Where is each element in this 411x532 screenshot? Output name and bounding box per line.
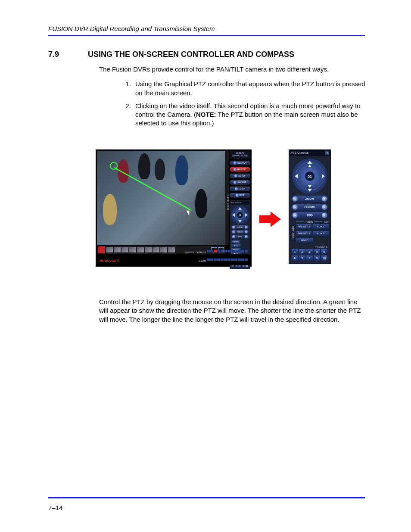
ptz-compass[interactable]: 01 (292, 159, 327, 194)
focus-row[interactable]: −FOCUS+ (231, 230, 249, 234)
iris-plus-button[interactable]: + (322, 213, 327, 218)
figure: LIVE VIEW 10:39:402004-05-25 SUN SEARCH … (96, 149, 365, 267)
focus-plus-button[interactable]: + (322, 205, 327, 210)
ptz-title: PTZ Controls (291, 151, 308, 156)
arrow-left-icon[interactable] (295, 174, 298, 178)
camera-thumb[interactable] (153, 247, 159, 252)
page-number: 7–14 (48, 504, 62, 511)
search-button[interactable]: SEARCH (230, 161, 250, 165)
preset2-button[interactable]: PRESET 2 (296, 231, 311, 236)
after-figure-paragraph: Control the PTZ by dragging the mouse on… (99, 298, 365, 324)
zoom-control: − ZOOM + (292, 196, 328, 202)
preset-button[interactable]: 1 (292, 249, 298, 255)
exit-button[interactable]: EXIT (230, 193, 250, 198)
preset-button[interactable]: 7 (299, 255, 305, 261)
aux2-button[interactable]: AUX 2 (313, 231, 328, 236)
close-icon[interactable]: ✕ (325, 151, 329, 155)
preset-button[interactable]: 9 (314, 255, 320, 261)
brand-logo: Honeywell (100, 258, 119, 263)
focus-minus-button[interactable]: − (293, 205, 298, 210)
note-bold: NOTE: (196, 111, 216, 118)
arrow-down-icon[interactable] (308, 189, 312, 192)
live-view-strip: LIVE VIEW (225, 151, 229, 245)
iris-row[interactable]: −IRIS+ (231, 235, 249, 239)
section-number: 7.9 (48, 50, 76, 59)
output-indicators: CONTROL OUTPUTS ALARM (184, 247, 248, 264)
clock: 10:39:402004-05-25 SUN (230, 151, 250, 159)
iris-control: − IRIS + (292, 212, 328, 219)
tours-label: TOURS (305, 221, 313, 223)
section-title: USING THE ON-SCREEN CONTROLLER AND COMPA… (88, 50, 294, 59)
camera-thumb[interactable] (121, 247, 128, 252)
side-panel: SEARCH PAN/TILT SETUP BACKUP LOGIN EXIT (230, 161, 250, 198)
preset1-button[interactable]: PRESET 1 (231, 240, 240, 244)
iris-label: IRIS (307, 214, 313, 217)
compass-center: 01 (305, 171, 315, 181)
camera-thumb[interactable] (168, 247, 175, 252)
dvr-screenshot: LIVE VIEW 10:39:402004-05-25 SUN SEARCH … (96, 149, 252, 267)
record-icon[interactable] (98, 246, 105, 253)
zoom-minus-button[interactable]: − (293, 196, 298, 202)
compass-icon[interactable]: 01 (230, 205, 249, 224)
preset-button[interactable]: 6 (292, 255, 298, 261)
aux1-button[interactable]: AUX 1 (313, 224, 328, 230)
running-header: FUSION DVR Digital Recording and Transmi… (48, 25, 365, 32)
arrow-up-icon[interactable] (308, 165, 311, 167)
preset-button[interactable]: 10 (321, 255, 327, 261)
list-item: Clicking on the video itself. This secon… (133, 102, 365, 128)
iris-minus-button[interactable]: − (293, 213, 298, 218)
ptz-controls-panel: PTZ Controls✕ 01 − ZOOM + − FOCUS + (289, 149, 331, 264)
ptz-mini-title: PTZ Controls (230, 201, 249, 205)
preset-grid: 1 2 3 4 5 6 7 8 9 10 (289, 248, 330, 264)
numbered-list: Using the Graphical PTZ controller that … (99, 80, 365, 128)
arrow-up-icon[interactable] (308, 161, 312, 164)
focus-label: FOCUS (305, 205, 315, 208)
zoom-plus-button[interactable]: + (322, 196, 327, 202)
preset-button[interactable]: 2 (299, 249, 305, 255)
preset-button[interactable]: 4 (314, 249, 320, 255)
pantilt-button[interactable]: PAN/TILT (230, 167, 250, 172)
video-pane[interactable] (97, 151, 225, 245)
focus-control: − FOCUS + (292, 204, 328, 211)
zoom-label: ZOOM (305, 197, 314, 200)
zoom-row[interactable]: −ZOOM+ (231, 225, 249, 229)
login-button[interactable]: LOGIN (230, 187, 250, 191)
preset-button[interactable]: 8 (306, 255, 313, 261)
preset-button[interactable]: 5 (321, 249, 327, 255)
backup-button[interactable]: BACKUP (230, 180, 250, 185)
options-label: OPTIONS (292, 221, 294, 245)
preset-button[interactable]: 3 (306, 249, 313, 255)
arrow-right-icon (259, 212, 281, 227)
camera-thumb[interactable] (114, 247, 121, 252)
footer-rule (48, 497, 365, 498)
header-rule (48, 35, 365, 36)
camera-thumb[interactable] (145, 247, 152, 252)
mimic-button[interactable]: MIMIC (296, 238, 313, 243)
preset1-button[interactable]: PRESET 1 (296, 224, 311, 230)
intro-paragraph: The Fusion DVRs provide control for the … (99, 65, 365, 74)
camera-thumb[interactable] (160, 247, 167, 252)
camera-thumb[interactable] (106, 247, 113, 252)
camera-thumb[interactable] (137, 247, 144, 252)
list-item: Using the Graphical PTZ controller that … (133, 80, 365, 97)
arrow-right-icon[interactable] (322, 174, 325, 178)
setup-button[interactable]: SETUP (230, 174, 250, 178)
camera-thumb[interactable] (129, 247, 136, 252)
arrow-down-icon[interactable] (308, 185, 311, 188)
aux-label: AUX (324, 221, 328, 223)
